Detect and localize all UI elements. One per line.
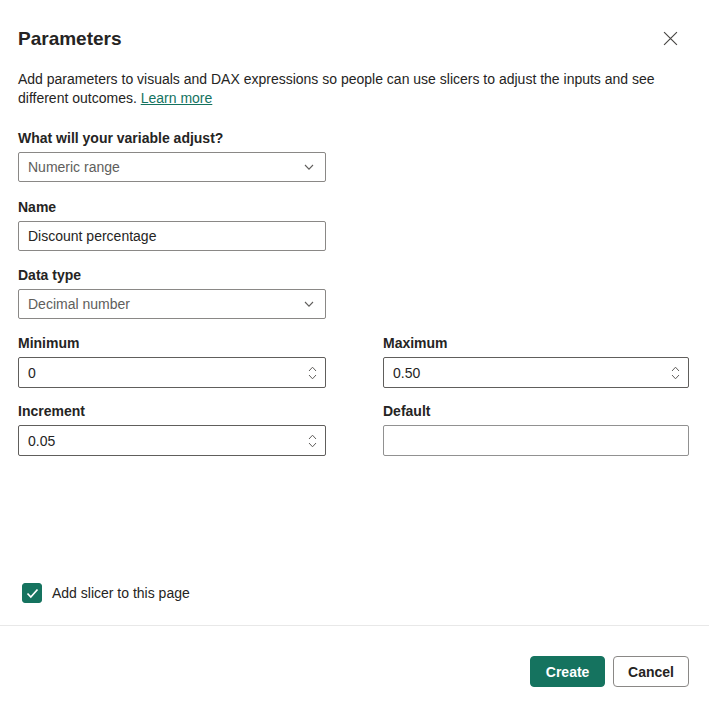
minimum-spin-buttons xyxy=(308,366,317,380)
increment-input[interactable] xyxy=(18,425,326,456)
default-label: Default xyxy=(383,403,689,420)
chevron-down-icon xyxy=(303,161,315,173)
chevron-down-icon xyxy=(303,298,315,310)
increment-spinner xyxy=(18,425,326,456)
minimum-spinner xyxy=(18,357,326,388)
close-icon xyxy=(663,31,678,46)
field-maximum: Maximum xyxy=(383,319,689,388)
field-variable-adjust: What will your variable adjust? Numeric … xyxy=(18,130,689,182)
maximum-label: Maximum xyxy=(383,335,689,352)
chevron-up-icon[interactable] xyxy=(671,366,680,372)
checkbox-box[interactable] xyxy=(22,583,42,603)
name-label: Name xyxy=(18,199,689,216)
dialog-title: Parameters xyxy=(18,28,122,49)
variable-adjust-value: Numeric range xyxy=(28,159,120,175)
field-name: Name xyxy=(18,199,689,251)
row-increment-default: Increment Default xyxy=(18,388,689,456)
learn-more-link[interactable]: Learn more xyxy=(141,90,213,106)
increment-label: Increment xyxy=(18,403,326,420)
variable-adjust-dropdown[interactable]: Numeric range xyxy=(18,152,326,182)
field-default: Default xyxy=(383,388,689,456)
footer-divider xyxy=(0,625,709,626)
field-minimum: Minimum xyxy=(18,319,326,388)
default-input[interactable] xyxy=(383,425,689,456)
data-type-dropdown[interactable]: Decimal number xyxy=(18,289,326,319)
chevron-down-icon[interactable] xyxy=(308,442,317,448)
checkbox-label: Add slicer to this page xyxy=(52,585,190,601)
create-button[interactable]: Create xyxy=(530,656,605,687)
chevron-down-icon[interactable] xyxy=(308,374,317,380)
maximum-spinner xyxy=(383,357,689,388)
cancel-button[interactable]: Cancel xyxy=(613,656,689,687)
row-min-max: Minimum Maximum xyxy=(18,319,689,388)
variable-adjust-label: What will your variable adjust? xyxy=(18,130,689,147)
dialog-description: Add parameters to visuals and DAX expres… xyxy=(18,70,670,108)
checkmark-icon xyxy=(26,588,39,599)
dialog-footer: Create Cancel xyxy=(18,656,689,687)
data-type-value: Decimal number xyxy=(28,296,130,312)
add-slicer-checkbox[interactable]: Add slicer to this page xyxy=(22,583,689,603)
chevron-down-icon[interactable] xyxy=(671,374,680,380)
increment-spin-buttons xyxy=(308,434,317,448)
chevron-up-icon[interactable] xyxy=(308,434,317,440)
close-button[interactable] xyxy=(660,28,681,49)
minimum-label: Minimum xyxy=(18,335,326,352)
dialog-header: Parameters xyxy=(18,28,689,49)
field-data-type: Data type Decimal number xyxy=(18,267,689,319)
data-type-label: Data type xyxy=(18,267,689,284)
description-text: Add parameters to visuals and DAX expres… xyxy=(18,71,655,106)
maximum-spin-buttons xyxy=(671,366,680,380)
parameters-dialog: Parameters Add parameters to visuals and… xyxy=(0,0,709,704)
field-increment: Increment xyxy=(18,388,326,456)
chevron-up-icon[interactable] xyxy=(308,366,317,372)
maximum-input[interactable] xyxy=(383,357,689,388)
name-input[interactable] xyxy=(18,221,326,251)
minimum-input[interactable] xyxy=(18,357,326,388)
